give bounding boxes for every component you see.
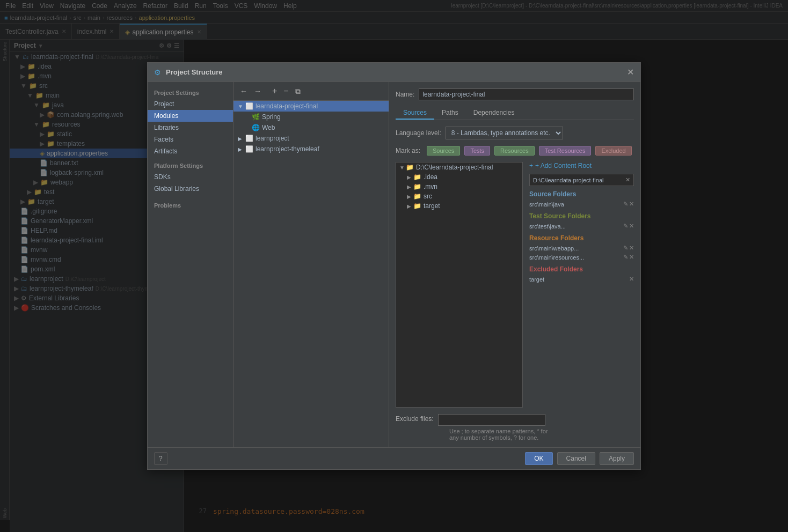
resource-folders-header: Resource Folders [529, 234, 634, 242]
add-content-root-button[interactable]: + + Add Content Root [529, 162, 634, 169]
test-source-folder-actions: ✎ ✕ [623, 223, 634, 230]
nav-back-button[interactable]: ← [238, 86, 250, 97]
resource-folder-item-resources: src\main\resources... ✎ ✕ [529, 253, 634, 261]
modal-sidebar: Project Settings Project Modules Librari… [148, 82, 234, 447]
excluded-folder-path: target [529, 276, 544, 283]
module-item-web[interactable]: 🌐 Web [234, 122, 389, 133]
ok-button[interactable]: OK [525, 452, 552, 465]
module-icon: ⬜ [245, 145, 253, 153]
source-folder-actions: ✎ ✕ [623, 201, 634, 208]
collapse-icon: ▶ [238, 136, 244, 142]
tab-sources[interactable]: Sources [396, 107, 434, 120]
module-item-learnproject-thymeleaf[interactable]: ▶ ⬜ learnproject-thymeleaf [234, 144, 389, 154]
excluded-folder-item: target ✕ [529, 275, 634, 283]
collapse-icon: ▶ [238, 146, 244, 152]
test-source-folder-path: src\test\java... [529, 223, 566, 230]
modal-icon: ⚙ [154, 68, 163, 77]
nav-item-libraries[interactable]: Libraries [148, 122, 233, 134]
tab-dependencies[interactable]: Dependencies [466, 107, 522, 120]
nav-item-project[interactable]: Project [148, 98, 233, 110]
edit-resource-folder-button[interactable]: ✎ [623, 245, 628, 252]
project-settings-label: Project Settings [148, 86, 233, 98]
copy-module-button[interactable]: ⧉ [293, 86, 303, 97]
edit-resource-folder-button-2[interactable]: ✎ [623, 254, 628, 261]
folder-tree-root[interactable]: ▼ 📁 D:\C\learndata-project-final [396, 162, 522, 172]
resource-folder-path-webapp: src\main\webapp... [529, 245, 579, 252]
exclude-input-row: Exclude files: [396, 414, 634, 426]
mark-as-excluded-button[interactable]: Excluded [595, 146, 631, 156]
add-module-button[interactable]: + [270, 85, 279, 97]
cancel-button[interactable]: Cancel [557, 452, 595, 465]
modal-close-button[interactable]: ✕ [627, 67, 634, 77]
mark-as-resources-button[interactable]: Resources [494, 146, 535, 156]
mark-as-label: Mark as: [396, 147, 420, 154]
folder-label: .idea [424, 173, 437, 181]
edit-test-folder-button[interactable]: ✎ [623, 223, 628, 230]
mark-as-tests-button[interactable]: Tests [464, 146, 490, 156]
mark-as-test-resources-button[interactable]: Test Resources [539, 146, 592, 156]
exclude-hint-line2: any number of symbols, ? for one. [449, 434, 634, 441]
edit-source-folder-button[interactable]: ✎ [623, 201, 628, 208]
remove-test-folder-button[interactable]: ✕ [629, 223, 634, 230]
help-button[interactable]: ? [154, 452, 167, 465]
module-label: learnproject [256, 135, 289, 142]
expand-icon: ▼ [399, 165, 406, 171]
modal-body: Project Settings Project Modules Librari… [148, 82, 640, 447]
module-item-learnproject[interactable]: ▶ ⬜ learnproject [234, 133, 389, 144]
folder-tree-src[interactable]: ▶ 📁 src [396, 191, 522, 201]
module-icon: ⬜ [245, 102, 253, 110]
content-root-path-text: D:\C\learndata-project-final [533, 177, 603, 183]
remove-resource-folder-button-2[interactable]: ✕ [629, 254, 634, 261]
excluded-folder-actions: ✕ [629, 276, 634, 283]
add-icon: + [529, 162, 533, 169]
folder-icon: 📁 [413, 173, 421, 181]
module-item-spring[interactable]: 🌿 Spring [234, 112, 389, 122]
mark-as-sources-button[interactable]: Sources [427, 146, 460, 156]
nav-item-artifacts[interactable]: Artifacts [148, 145, 233, 157]
nav-forward-button[interactable]: → [252, 86, 264, 97]
nav-item-global-libraries[interactable]: Global Libraries [148, 183, 233, 195]
test-source-folder-item: src\test\java... ✎ ✕ [529, 222, 634, 230]
modal-title: Project Structure [166, 68, 222, 76]
name-row: Name: [396, 88, 634, 100]
remove-excluded-folder-button[interactable]: ✕ [629, 276, 634, 283]
lang-level-select[interactable]: 8 - Lambdas, type annotations etc. [446, 127, 563, 139]
module-label: learnproject-thymeleaf [256, 145, 319, 153]
add-content-root-label: + Add Content Root [535, 162, 592, 169]
spring-icon: 🌿 [252, 113, 260, 121]
modal-title-bar: ⚙ Project Structure ✕ [148, 63, 640, 82]
module-tree-panel: ← → + − ⧉ ▼ ⬜ learndata-project-final 🌿 … [234, 82, 389, 447]
exclude-files-label: Exclude files: [396, 415, 434, 423]
name-label: Name: [396, 91, 414, 98]
excluded-folder-icon: 📁 [413, 202, 421, 210]
folder-label: D:\C\learndata-project-final [416, 164, 493, 171]
remove-source-folder-button[interactable]: ✕ [629, 201, 634, 208]
resource-folder-path-resources: src\main\resources... [529, 254, 584, 261]
nav-item-modules[interactable]: Modules [148, 110, 233, 122]
excluded-folders-header: Excluded Folders [529, 265, 634, 273]
nav-item-facets[interactable]: Facets [148, 134, 233, 145]
remove-module-button[interactable]: − [281, 85, 290, 97]
nav-item-sdks[interactable]: SDKs [148, 171, 233, 183]
lang-level-label: Language level: [396, 129, 441, 137]
exclude-files-input[interactable] [438, 414, 545, 426]
modal-footer: ? OK Cancel Apply [148, 447, 640, 469]
folder-tree-section: ▼ 📁 D:\C\learndata-project-final ▶ 📁 .id… [396, 162, 523, 408]
folder-tree-idea[interactable]: ▶ 📁 .idea [396, 172, 522, 182]
tab-paths[interactable]: Paths [434, 107, 466, 120]
name-input[interactable] [419, 88, 634, 100]
remove-content-root-button[interactable]: ✕ [625, 176, 630, 183]
source-tabs: Sources Paths Dependencies [396, 107, 634, 120]
lang-level-row: Language level: 8 - Lambdas, type annota… [396, 127, 634, 139]
apply-button[interactable]: Apply [600, 452, 634, 465]
resource-folder-actions-2: ✎ ✕ [623, 254, 634, 261]
folder-label: src [424, 193, 432, 200]
folder-tree-mvn[interactable]: ▶ 📁 .mvn [396, 182, 522, 191]
remove-resource-folder-button[interactable]: ✕ [629, 245, 634, 252]
collapse-icon: ▶ [407, 174, 413, 180]
module-item-learndata[interactable]: ▼ ⬜ learndata-project-final [234, 101, 389, 112]
folder-tree-target[interactable]: ▶ 📁 target [396, 201, 522, 211]
test-source-folders-header: Test Source Folders [529, 212, 634, 220]
modal-right-panel: Name: Sources Paths Dependencies Languag… [389, 82, 640, 447]
spring-label: Spring [262, 113, 281, 121]
